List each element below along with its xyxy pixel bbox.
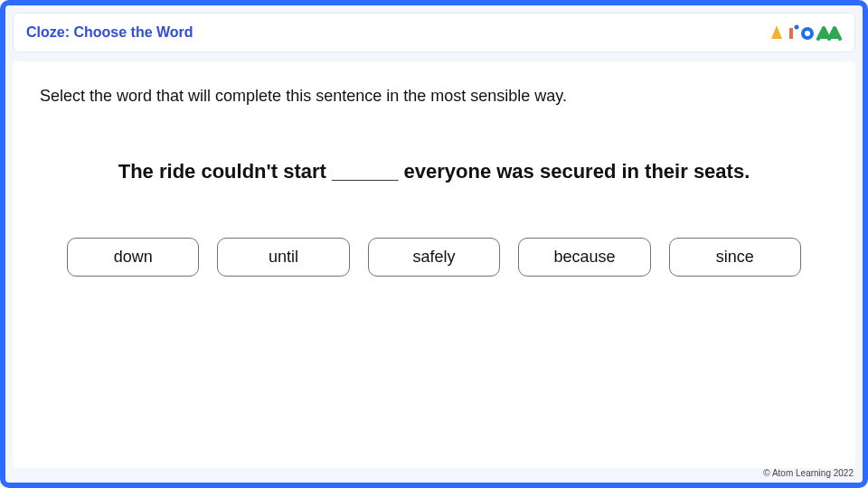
option-button-0[interactable]: down (67, 238, 199, 277)
app-frame: Cloze: Choose the Word Select the word t… (0, 0, 868, 488)
cloze-sentence: The ride couldn't start ______ everyone … (40, 160, 828, 183)
page-title: Cloze: Choose the Word (26, 24, 193, 41)
logo-svg (769, 23, 842, 42)
instruction-text: Select the word that will complete this … (40, 87, 828, 106)
option-button-2[interactable]: safely (368, 238, 500, 277)
copyright-text: © Atom Learning 2022 (763, 468, 854, 478)
question-card: Select the word that will complete this … (13, 61, 855, 468)
option-button-4[interactable]: since (669, 238, 801, 277)
options-row: down until safely because since (40, 238, 828, 277)
option-button-1[interactable]: until (217, 238, 349, 277)
logo-bar-icon (789, 28, 793, 39)
logo-triangle-icon (771, 25, 782, 39)
atom-logo (769, 23, 842, 42)
option-button-3[interactable]: because (518, 238, 650, 277)
logo-circle-hole (805, 31, 810, 36)
header-bar: Cloze: Choose the Word (13, 13, 855, 52)
logo-dot-icon (795, 25, 799, 30)
